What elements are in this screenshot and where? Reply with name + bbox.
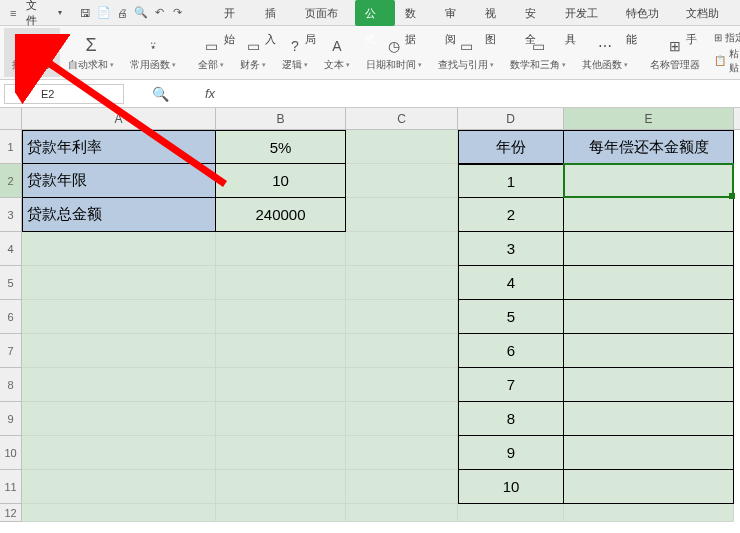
print-icon[interactable]: 🖨 [114,4,130,22]
cell-e5[interactable] [564,266,734,300]
bgcell[interactable] [346,470,458,504]
cell-e10[interactable] [564,436,734,470]
bgcell[interactable] [22,436,216,470]
cell-a1[interactable]: 贷款年利率 [22,130,216,164]
bgcell[interactable] [564,504,734,522]
bgcell[interactable] [22,232,216,266]
tab-view[interactable]: 视图 [475,0,515,26]
tab-insert[interactable]: 插入 [255,0,295,26]
col-header-a[interactable]: A [22,108,216,129]
tab-data[interactable]: 数据 [395,0,435,26]
name-box[interactable] [4,84,124,104]
text-button[interactable]: A 文本▾ [316,28,358,77]
bgcell[interactable] [216,300,346,334]
cell-d7[interactable]: 6 [458,334,564,368]
row-header-3[interactable]: 3 [0,198,22,232]
bgcell[interactable] [22,334,216,368]
bgcell[interactable] [22,504,216,522]
bgcell[interactable] [216,266,346,300]
cell-d1[interactable]: 年份 [458,130,564,164]
row-header-8[interactable]: 8 [0,368,22,402]
paste-button[interactable]: 📋粘贴▾ [714,47,740,75]
bgcell[interactable] [346,300,458,334]
cell-b3[interactable]: 240000 [216,198,346,232]
tab-special[interactable]: 特色功能 [616,0,676,26]
col-header-b[interactable]: B [216,108,346,129]
cell-d6[interactable]: 5 [458,300,564,334]
bgcell[interactable] [22,470,216,504]
row-header-4[interactable]: 4 [0,232,22,266]
row-header-5[interactable]: 5 [0,266,22,300]
tab-security[interactable]: 安全 [515,0,555,26]
preview-icon[interactable]: 🔍 [133,4,149,22]
cell-e9[interactable] [564,402,734,436]
col-header-d[interactable]: D [458,108,564,129]
bgcell[interactable] [216,470,346,504]
cell-e3[interactable] [564,198,734,232]
lookup-button[interactable]: ▭ 查找与引用▾ [430,28,502,77]
bgcell[interactable] [346,436,458,470]
finance-button[interactable]: ▭ 财务▾ [232,28,274,77]
cell-d3[interactable]: 2 [458,198,564,232]
cell-a3[interactable]: 贷款总金额 [22,198,216,232]
redo-icon[interactable]: ↷ [170,4,186,22]
bgcell[interactable] [346,402,458,436]
tab-review[interactable]: 审阅 [435,0,475,26]
row-header-12[interactable]: 12 [0,504,22,522]
tab-formula[interactable]: 公式 [355,0,395,26]
row-header-10[interactable]: 10 [0,436,22,470]
tab-devtools[interactable]: 开发工具 [555,0,615,26]
cell-e8[interactable] [564,368,734,402]
cell-d11[interactable]: 10 [458,470,564,504]
row-header-2[interactable]: 2 [0,164,22,198]
bgcell[interactable] [346,334,458,368]
autosum-button[interactable]: Σ 自动求和▾ [60,28,122,77]
select-all-corner[interactable] [0,108,22,129]
row-header-9[interactable]: 9 [0,402,22,436]
cell-e7[interactable] [564,334,734,368]
all-button[interactable]: ▭ 全部▾ [190,28,232,77]
save-icon[interactable]: 🖫 [77,4,93,22]
cell-d10[interactable]: 9 [458,436,564,470]
bgcell[interactable] [216,402,346,436]
row-header-1[interactable]: 1 [0,130,22,164]
bgcell[interactable] [22,300,216,334]
fx-label[interactable]: fx [205,86,215,101]
dropdown-icon[interactable]: ▾ [52,4,68,22]
cell-d2[interactable]: 1 [458,164,564,198]
menu-icon[interactable]: ≡ [5,4,21,22]
bgcell[interactable] [346,130,458,164]
assign-button[interactable]: ⊞指定 [714,31,740,45]
bgcell[interactable] [216,436,346,470]
bgcell[interactable] [346,232,458,266]
cell-d4[interactable]: 3 [458,232,564,266]
bgcell[interactable] [22,402,216,436]
bgcell[interactable] [22,266,216,300]
bgcell[interactable] [346,504,458,522]
cell-a2[interactable]: 贷款年限 [22,164,216,198]
cell-d5[interactable]: 4 [458,266,564,300]
undo-icon[interactable]: ↶ [151,4,167,22]
row-header-6[interactable]: 6 [0,300,22,334]
col-header-e[interactable]: E [564,108,734,129]
bgcell[interactable] [216,368,346,402]
row-header-7[interactable]: 7 [0,334,22,368]
cell-e11[interactable] [564,470,734,504]
doc-icon[interactable]: 📄 [96,4,112,22]
cell-b2[interactable]: 10 [216,164,346,198]
bgcell[interactable] [346,368,458,402]
cell-b1[interactable]: 5% [216,130,346,164]
cell-e1[interactable]: 每年偿还本金额度 [564,130,734,164]
bgcell[interactable] [216,504,346,522]
cell-e4[interactable] [564,232,734,266]
bgcell[interactable] [216,232,346,266]
cell-e2[interactable] [564,164,734,198]
tab-dochelper[interactable]: 文档助手 [676,0,736,26]
other-func-button[interactable]: ⋯ 其他函数▾ [574,28,636,77]
bgcell[interactable] [216,334,346,368]
insert-function-button[interactable]: fx 插入函数 [4,28,60,77]
cell-e6[interactable] [564,300,734,334]
row-header-11[interactable]: 11 [0,470,22,504]
file-menu[interactable]: 文件 [26,0,46,28]
col-header-c[interactable]: C [346,108,458,129]
